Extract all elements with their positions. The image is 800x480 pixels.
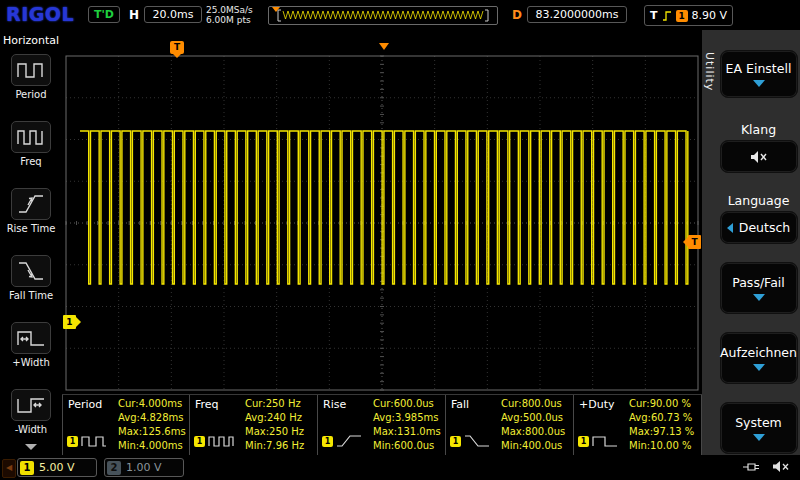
fall-cur: Cur:800.0us bbox=[501, 397, 565, 411]
usb-icon bbox=[742, 461, 762, 473]
measure-menu: Horizontal Period Freq Rise Time Fall Ti… bbox=[0, 30, 62, 455]
period-avg: Avg:4.828ms bbox=[118, 411, 186, 425]
measurement-name: Period bbox=[68, 398, 102, 411]
delay-value: 83.2000000ms bbox=[527, 6, 627, 23]
aufzeichnen-button[interactable]: Aufzeichnen bbox=[720, 332, 798, 384]
rise-cur: Cur:600.0us bbox=[373, 397, 441, 411]
aufzeichnen-label: Aufzeichnen bbox=[720, 345, 797, 360]
statusbar-icons bbox=[742, 460, 790, 473]
duty-min: Min:10.00 % bbox=[629, 439, 694, 453]
ea-einstell-label: EA Einstell bbox=[726, 61, 792, 76]
measure-item-label: Freq bbox=[20, 156, 41, 167]
measurement-name: Freq bbox=[195, 398, 219, 411]
period-cur: Cur:4.000ms bbox=[118, 397, 186, 411]
measure-item-label: +Width bbox=[12, 357, 49, 368]
measure-item-freq[interactable]: Freq bbox=[11, 116, 51, 183]
rigol-logo: RIGOL bbox=[6, 3, 74, 25]
speaker-muted-icon bbox=[772, 460, 790, 473]
measure-item-minus-width[interactable]: -Width bbox=[11, 384, 51, 451]
topbar: RIGOL T'D H 20.0ms 25.0MSa/s 6.00M pts D… bbox=[0, 0, 800, 30]
chevron-down-icon bbox=[753, 364, 765, 371]
measure-item-plus-width[interactable]: +Width bbox=[11, 317, 51, 384]
measurement-panel-fall: Fall 1 Cur:800.0us Avg:500.0us Max:800.0… bbox=[446, 395, 574, 455]
scroll-down-icon[interactable] bbox=[25, 444, 37, 450]
klang-mute-button[interactable] bbox=[720, 140, 798, 173]
trigger-position-flag[interactable]: T bbox=[170, 41, 184, 54]
channel1-badge: 1 bbox=[322, 436, 333, 447]
trigger-level-value: 8.90 V bbox=[692, 9, 728, 22]
utility-buttons: EA Einstell Klang Language Deutsch Pass/… bbox=[717, 30, 800, 455]
measurement-panel-duty: +Duty 1 Cur:90.00 % Avg:60.73 % Max:97.1… bbox=[574, 395, 702, 455]
memory-depth: 6.00M pts bbox=[206, 15, 253, 25]
measurement-values: Cur:600.0us Avg:3.985ms Max:131.0ms Min:… bbox=[373, 397, 441, 453]
sample-rate: 25.0MSa/s bbox=[206, 5, 253, 15]
freq-cur: Cur:250 Hz bbox=[245, 397, 304, 411]
measure-item-label: Period bbox=[15, 89, 46, 100]
language-value: Deutsch bbox=[739, 220, 790, 235]
fall-min: Min:400.0us bbox=[501, 439, 565, 453]
measurement-values: Cur:800.0us Avg:500.0us Max:800.0us Min:… bbox=[501, 397, 565, 453]
measure-item-period[interactable]: Period bbox=[11, 49, 51, 116]
channel1-badge: 1 bbox=[578, 436, 589, 447]
delay-label: D bbox=[512, 8, 522, 22]
acquisition-info: 25.0MSa/s 6.00M pts bbox=[206, 5, 253, 25]
measure-item-label: -Width bbox=[15, 424, 47, 435]
measurement-values: Cur:90.00 % Avg:60.73 % Max:97.13 % Min:… bbox=[629, 397, 694, 453]
measurement-values: Cur:4.000ms Avg:4.828ms Max:125.6ms Min:… bbox=[118, 397, 186, 453]
utility-tab: Utility bbox=[703, 52, 716, 91]
channel1-scale: 5.00 V bbox=[39, 461, 75, 474]
ea-einstell-button[interactable]: EA Einstell bbox=[720, 50, 798, 98]
language-button[interactable]: Deutsch bbox=[720, 211, 798, 244]
channel1-badge: 1 bbox=[67, 436, 78, 447]
duty-measure-icon: 1 bbox=[578, 434, 618, 448]
freq-max: Max:250 Hz bbox=[245, 425, 304, 439]
klang-label: Klang bbox=[741, 122, 776, 137]
plus-width-icon bbox=[11, 322, 51, 354]
system-button[interactable]: System bbox=[720, 402, 798, 454]
freq-measure-icon: 1 bbox=[194, 434, 234, 448]
passfail-label: Pass/Fail bbox=[732, 275, 785, 290]
channel2-scale: 1.00 V bbox=[126, 461, 162, 474]
timebase-label: H bbox=[129, 8, 139, 22]
channel1-badge: 1 bbox=[194, 436, 205, 447]
chevron-left-icon bbox=[727, 223, 733, 233]
rise-max: Max:131.0ms bbox=[373, 425, 441, 439]
channel1-offset-marker[interactable]: 1 bbox=[63, 315, 76, 329]
passfail-button[interactable]: Pass/Fail bbox=[720, 262, 798, 314]
measurement-values: Cur:250 Hz Avg:240 Hz Max:250 Hz Min:7.9… bbox=[245, 397, 304, 453]
delay-readout: D 83.2000000ms bbox=[512, 6, 627, 23]
trigger-readout: T 1 8.90 V bbox=[644, 5, 733, 26]
trigger-status-badge: T'D bbox=[88, 6, 120, 23]
fall-time-icon bbox=[11, 255, 51, 287]
measurement-panel-rise: Rise 1 Cur:600.0us Avg:3.985ms Max:131.0… bbox=[318, 395, 446, 455]
channel2-badge: 2 bbox=[107, 461, 121, 475]
trigger-level-marker[interactable]: T bbox=[688, 235, 701, 249]
channel1-badge: 1 bbox=[450, 436, 461, 447]
measure-item-label: Fall Time bbox=[9, 290, 53, 301]
speaker-muted-icon bbox=[749, 150, 769, 164]
menu-collapse-button[interactable]: ◀ bbox=[2, 459, 16, 478]
trigger-edge-icon bbox=[662, 10, 672, 22]
measurement-name: +Duty bbox=[579, 398, 614, 411]
measure-menu-title: Horizontal bbox=[3, 34, 59, 47]
fall-measure-icon: 1 bbox=[450, 434, 490, 448]
period-measure-icon: 1 bbox=[67, 434, 107, 448]
trigger-position-arrow bbox=[379, 43, 389, 50]
measure-item-rise-time[interactable]: Rise Time bbox=[7, 183, 56, 250]
measurement-name: Fall bbox=[451, 398, 469, 411]
measure-item-label: Rise Time bbox=[7, 223, 56, 234]
oscilloscope-screen: RIGOL T'D H 20.0ms 25.0MSa/s 6.00M pts D… bbox=[0, 0, 800, 480]
freq-min: Min:7.96 Hz bbox=[245, 439, 304, 453]
channel2-status[interactable]: 2 1.00 V bbox=[104, 458, 184, 477]
waveform-preview bbox=[268, 6, 498, 25]
rise-min: Min:600.0us bbox=[373, 439, 441, 453]
measurement-panel-period: Period 1 Cur:4.000ms Avg:4.828ms Max:125… bbox=[62, 395, 190, 455]
channel1-status[interactable]: 1 5.00 V bbox=[17, 458, 97, 477]
measure-item-fall-time[interactable]: Fall Time bbox=[9, 250, 53, 317]
preview-waveform-icon bbox=[269, 8, 495, 23]
chevron-down-icon bbox=[753, 80, 765, 87]
measurement-panels: Period 1 Cur:4.000ms Avg:4.828ms Max:125… bbox=[62, 394, 702, 455]
minus-width-icon bbox=[11, 389, 51, 421]
channel1-badge: 1 bbox=[20, 461, 34, 475]
timebase-value: 20.0ms bbox=[144, 6, 202, 23]
